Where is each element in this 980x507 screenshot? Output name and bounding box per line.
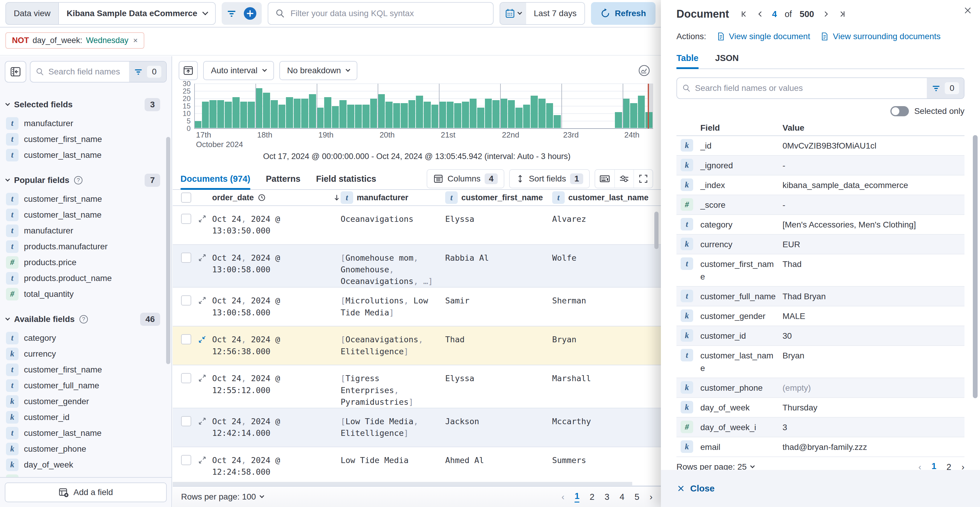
histogram-plot[interactable] bbox=[194, 84, 653, 129]
field-list-item[interactable]: tproducts.manufacturer bbox=[0, 239, 172, 254]
field-list-item[interactable]: kday_of_week bbox=[0, 457, 172, 473]
tab-patterns[interactable]: Patterns bbox=[266, 168, 301, 189]
close-button[interactable]: Close bbox=[676, 483, 715, 494]
remove-filter-icon[interactable]: × bbox=[133, 36, 138, 45]
column-header-order-date[interactable]: order_date bbox=[212, 193, 340, 202]
selected-only-toggle[interactable] bbox=[890, 106, 909, 116]
row-expand[interactable] bbox=[198, 296, 212, 305]
field-list-item[interactable]: #total_quantity bbox=[0, 286, 172, 302]
field-list-item[interactable]: #products.price bbox=[0, 254, 172, 270]
time-range-button[interactable]: Last 7 days bbox=[526, 3, 584, 24]
first-document-icon[interactable] bbox=[740, 10, 748, 18]
expand-document-icon[interactable] bbox=[198, 417, 207, 426]
field-filter-button[interactable]: 0 bbox=[129, 62, 166, 82]
row-expand[interactable] bbox=[198, 456, 212, 464]
grid-vertical-scrollbar[interactable] bbox=[654, 212, 659, 249]
field-list-item[interactable]: kcustomer_gender bbox=[0, 394, 172, 409]
next-document-icon[interactable] bbox=[822, 10, 830, 18]
density-button[interactable] bbox=[595, 170, 614, 188]
previous-document-icon[interactable] bbox=[756, 10, 764, 18]
row-settings-button[interactable] bbox=[614, 170, 633, 188]
tab-table[interactable]: Table bbox=[676, 53, 698, 69]
flyout-search-input[interactable]: Search field names or values bbox=[677, 83, 927, 93]
field-list-item[interactable]: kcustomer_phone bbox=[0, 441, 172, 457]
table-row[interactable]: Oct 24, 2024 @ 12:56:38.000[Oceanavigati… bbox=[173, 327, 661, 365]
row-checkbox[interactable] bbox=[181, 214, 191, 224]
expand-document-icon[interactable] bbox=[198, 296, 207, 305]
tab-json[interactable]: JSON bbox=[715, 53, 739, 69]
row-checkbox[interactable] bbox=[181, 373, 191, 383]
row-checkbox[interactable] bbox=[181, 253, 191, 263]
fullscreen-button[interactable] bbox=[633, 170, 652, 188]
table-row[interactable]: Oct 24, 2024 @ 12:55:12.000[Tigress Ente… bbox=[173, 365, 661, 408]
field-list-item[interactable]: tproducts.product_name bbox=[0, 270, 172, 286]
field-list-item[interactable]: tcustomer_first_name bbox=[0, 191, 172, 207]
rows-per-page-select[interactable]: Rows per page: 100 bbox=[181, 492, 264, 502]
select-all-checkbox[interactable] bbox=[181, 193, 191, 202]
add-filter-icon[interactable] bbox=[243, 6, 257, 20]
field-row[interactable]: k_indexkibana_sample_data_ecommerce bbox=[676, 175, 964, 195]
row-expand[interactable] bbox=[198, 214, 212, 223]
last-document-icon[interactable] bbox=[838, 10, 846, 18]
field-row[interactable]: kday_of_weekThursday bbox=[676, 398, 964, 418]
breakdown-select[interactable]: No breakdown bbox=[279, 61, 358, 80]
field-row[interactable]: kcustomer_genderMALE bbox=[676, 306, 964, 326]
field-row[interactable]: tcategory[Men's Accessories, Men's Cloth… bbox=[676, 215, 964, 235]
refresh-button[interactable]: Refresh bbox=[591, 2, 655, 25]
page-2-button[interactable]: 2 bbox=[590, 492, 594, 502]
row-checkbox[interactable] bbox=[181, 334, 191, 344]
field-row[interactable]: #day_of_week_i3 bbox=[676, 418, 964, 437]
next-page-button[interactable]: › bbox=[649, 492, 652, 502]
expand-document-icon[interactable] bbox=[198, 214, 207, 223]
table-row[interactable]: Oct 24, 2024 @ 12:42:14.000[Low Tide Med… bbox=[173, 408, 661, 447]
field-list-item[interactable]: tcustomer_last_name bbox=[0, 425, 172, 441]
row-expand[interactable] bbox=[198, 253, 212, 262]
table-row[interactable]: Oct 24, 2024 @ 13:00:58.000[Gnomehouse m… bbox=[173, 245, 661, 288]
flyout-filter-button[interactable]: 0 bbox=[927, 78, 964, 98]
table-row[interactable]: Oct 24, 2024 @ 13:00:58.000[Microlutions… bbox=[173, 288, 661, 327]
column-header-customer-first-name[interactable]: t customer_first_name bbox=[445, 191, 552, 204]
field-list-item[interactable]: tcustomer_first_name bbox=[0, 362, 172, 378]
field-row[interactable]: kemailthad@bryan-family.zzz bbox=[676, 437, 964, 457]
data-view-picker[interactable]: Data view Kibana Sample Data eCommerce bbox=[5, 2, 216, 25]
field-list-item[interactable]: tcustomer_first_name bbox=[0, 131, 172, 147]
table-row[interactable]: Oct 24, 2024 @ 12:24:58.000Low Tide Medi… bbox=[173, 447, 661, 486]
field-search-input[interactable]: Search field names bbox=[30, 67, 129, 77]
field-list-item[interactable]: tmanufacturer bbox=[0, 223, 172, 239]
table-row[interactable]: Oct 24, 2024 @ 13:03:50.000Oceanavigatio… bbox=[173, 206, 661, 245]
hide-chart-button[interactable] bbox=[179, 61, 198, 80]
page-4-button[interactable]: 4 bbox=[620, 492, 624, 502]
expand-document-icon[interactable] bbox=[198, 253, 207, 262]
collapse-document-icon[interactable] bbox=[198, 335, 207, 344]
field-row[interactable]: k_id0MvCvZIB9B3fOMiAU1cl bbox=[676, 136, 964, 156]
interval-select[interactable]: Auto interval bbox=[203, 61, 274, 80]
expand-document-icon[interactable] bbox=[198, 374, 207, 383]
grid-horizontal-scrollbar[interactable] bbox=[173, 482, 632, 486]
previous-page-button[interactable]: ‹ bbox=[562, 492, 565, 502]
sort-descending-icon[interactable] bbox=[333, 194, 340, 201]
field-list-item[interactable]: kcurrency bbox=[0, 346, 172, 362]
field-row[interactable]: kcustomer_id30 bbox=[676, 326, 964, 346]
field-section-header[interactable]: Selected fields3 bbox=[0, 98, 172, 111]
tab-field-statistics[interactable]: Field statistics bbox=[316, 168, 376, 189]
collapse-sidebar-button[interactable] bbox=[5, 61, 26, 83]
field-section-header[interactable]: Available fields?46 bbox=[0, 313, 172, 326]
row-checkbox[interactable] bbox=[181, 295, 191, 306]
row-expand[interactable] bbox=[198, 417, 212, 426]
field-section-header[interactable]: Popular fields?7 bbox=[0, 174, 172, 187]
view-surrounding-documents-link[interactable]: View surrounding documents bbox=[820, 32, 940, 41]
field-row[interactable]: kcustomer_phone(empty) bbox=[676, 378, 964, 398]
field-row[interactable]: kcurrencyEUR bbox=[676, 235, 964, 254]
field-row[interactable]: k_ignored- bbox=[676, 156, 964, 175]
kql-search-input[interactable]: Filter your data using KQL syntax bbox=[268, 2, 493, 25]
field-row[interactable]: #_score- bbox=[676, 195, 964, 215]
page-1-button[interactable]: 1 bbox=[574, 491, 579, 502]
tab-documents[interactable]: Documents (974) bbox=[180, 168, 250, 189]
field-list-item[interactable]: tmanufacturer bbox=[0, 115, 172, 131]
sort-fields-button[interactable]: Sort fields 1 bbox=[509, 169, 590, 188]
field-list-item[interactable]: tcustomer_last_name bbox=[0, 207, 172, 223]
field-row[interactable]: tcustomer_full_nameThad Bryan bbox=[676, 287, 964, 306]
sidebar-scrollbar[interactable] bbox=[166, 137, 170, 364]
chart-options-button[interactable] bbox=[635, 61, 654, 80]
field-list-item[interactable]: tcustomer_last_name bbox=[0, 147, 172, 163]
